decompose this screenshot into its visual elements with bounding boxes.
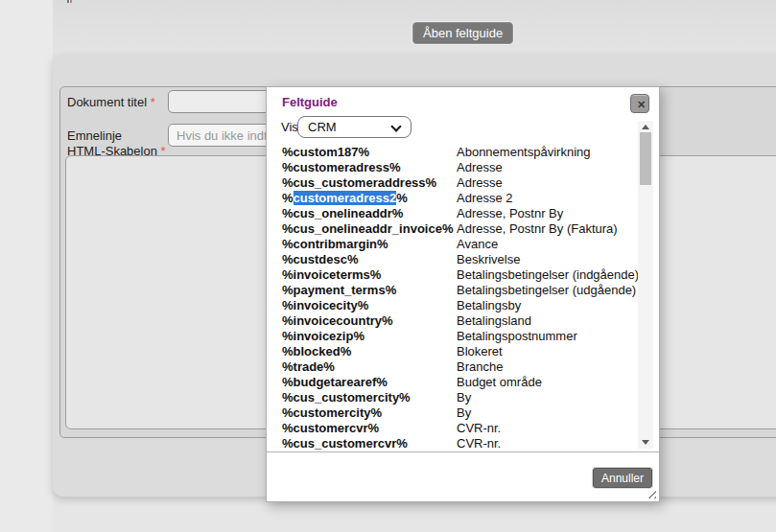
field-desc: Betalingsby (457, 298, 521, 313)
annuller-button[interactable]: Annuller (593, 468, 652, 488)
vis-label: Vis (281, 120, 298, 134)
field-code[interactable]: %cus_customercvr% (282, 436, 408, 451)
field-desc: Betalingsbetingelser (udgående) (457, 283, 636, 298)
list-item[interactable]: %custdesc%Beskrivelse (282, 252, 626, 267)
list-item[interactable]: %cus_customeraddress%Adresse (282, 175, 626, 191)
field-desc: Adresse (457, 175, 503, 191)
field-code[interactable]: %invoiceterms% (282, 267, 381, 283)
field-desc: Abonnementspåvirkning (457, 145, 590, 160)
field-code[interactable]: %budgetarearef% (282, 375, 388, 390)
scrollbar[interactable] (638, 121, 653, 449)
field-code[interactable]: %cus_onelineaddr_invoice% (282, 221, 453, 237)
vis-select-value: CRM (308, 120, 337, 134)
field-desc: By (457, 405, 471, 421)
field-desc: Adresse, Postnr By (Faktura) (457, 221, 618, 237)
list-item[interactable]: %cus_customercity%By (282, 390, 626, 405)
field-desc: Adresse (457, 160, 503, 175)
list-item[interactable]: %cus_onelineaddr_invoice%Adresse, Postnr… (282, 221, 626, 237)
field-desc: Adresse 2 (457, 191, 513, 206)
field-code[interactable]: %custom187% (282, 145, 369, 160)
feltguide-dialog: Feltguide ✕ Vis CRM %custom187%Abonnemen… (266, 86, 660, 502)
label-text: Emnelinje (67, 128, 122, 143)
field-desc: Adresse, Postnr By (457, 206, 563, 221)
field-desc: Betalingspostnummer (457, 329, 577, 344)
field-desc: Blokeret (457, 344, 503, 359)
field-code[interactable]: %trade% (282, 359, 335, 375)
page: Åben feltguide Dokument titel * Emnelinj… (0, 0, 776, 532)
required-marker: * (151, 95, 155, 109)
field-code[interactable]: %invoicecountry% (282, 313, 393, 329)
list-item[interactable]: %cus_onelineaddr%Adresse, Postnr By (282, 206, 626, 221)
list-item[interactable]: %trade%Branche (282, 359, 626, 375)
clipped-icon-fragment (67, 0, 72, 3)
field-code[interactable]: %invoicezip% (282, 329, 364, 344)
field-desc: Beskrivelse (457, 252, 520, 267)
vis-select[interactable]: CRM (297, 116, 412, 138)
scroll-up-icon[interactable] (642, 125, 649, 129)
resize-handle-icon[interactable] (646, 488, 656, 498)
field-desc: Betalingsbetingelser (indgående) (457, 267, 639, 283)
dialog-title: Feltguide (282, 95, 338, 109)
list-item[interactable]: %blocked%Blokeret (282, 344, 626, 359)
list-item[interactable]: %invoiceterms%Betalingsbetingelser (indg… (282, 267, 626, 283)
list-item[interactable]: %invoicecity%Betalingsby (282, 298, 626, 313)
field-desc: Branche (457, 359, 503, 375)
dokument-titel-label: Dokument titel * (67, 95, 155, 109)
list-item[interactable]: %contribmargin%Avance (282, 237, 626, 252)
field-desc: CVR-nr. (457, 436, 501, 451)
footer-divider (267, 451, 659, 452)
field-code[interactable]: %invoicecity% (282, 298, 368, 313)
field-desc: By (457, 390, 471, 405)
list-item[interactable]: %customeradress%Adresse (282, 160, 626, 175)
list-item[interactable]: %customercvr%CVR-nr. (282, 421, 626, 436)
chevron-down-icon (390, 121, 401, 131)
field-code[interactable]: %custdesc% (282, 252, 358, 267)
list-item[interactable]: %cus_customercvr%CVR-nr. (282, 436, 626, 451)
field-code[interactable]: %customercity% (282, 405, 382, 421)
field-code[interactable]: %customeradress% (282, 160, 401, 175)
label-text: Dokument titel (67, 95, 147, 109)
list-item[interactable]: %invoicecountry%Betalingsland (282, 313, 626, 329)
selected-text: customeradress2 (294, 191, 397, 205)
scrollbar-thumb[interactable] (640, 132, 651, 185)
field-desc: CVR-nr. (457, 421, 501, 436)
field-code[interactable]: %blocked% (282, 344, 351, 359)
field-code[interactable]: %customeradress2% (282, 191, 408, 206)
field-code[interactable]: %cus_customercity% (282, 390, 411, 405)
field-desc: Avance (457, 237, 498, 252)
close-icon[interactable]: ✕ (630, 94, 649, 113)
list-item[interactable]: %invoicezip%Betalingspostnummer (282, 329, 626, 344)
open-feltguide-button[interactable]: Åben feltguide (412, 22, 513, 44)
field-code[interactable]: %cus_customeraddress% (282, 175, 436, 191)
field-code[interactable]: %cus_onelineaddr% (282, 206, 403, 221)
field-code[interactable]: %customercvr% (282, 421, 379, 436)
list-item[interactable]: %custom187%Abonnementspåvirkning (282, 145, 626, 160)
list-item[interactable]: %customeradress2%Adresse 2 (282, 191, 626, 206)
emnelinje-label: Emnelinje (67, 128, 122, 143)
list-item[interactable]: %budgetarearef%Budget område (282, 375, 626, 390)
field-code[interactable]: %payment_terms% (282, 283, 396, 298)
scroll-down-icon[interactable] (642, 440, 649, 445)
list-item[interactable]: %payment_terms%Betalingsbetingelser (udg… (282, 283, 626, 298)
field-desc: Budget område (457, 375, 542, 390)
list-item[interactable]: %customercity%By (282, 405, 626, 421)
field-desc: Betalingsland (457, 313, 531, 329)
field-code[interactable]: %contribmargin% (282, 237, 388, 252)
